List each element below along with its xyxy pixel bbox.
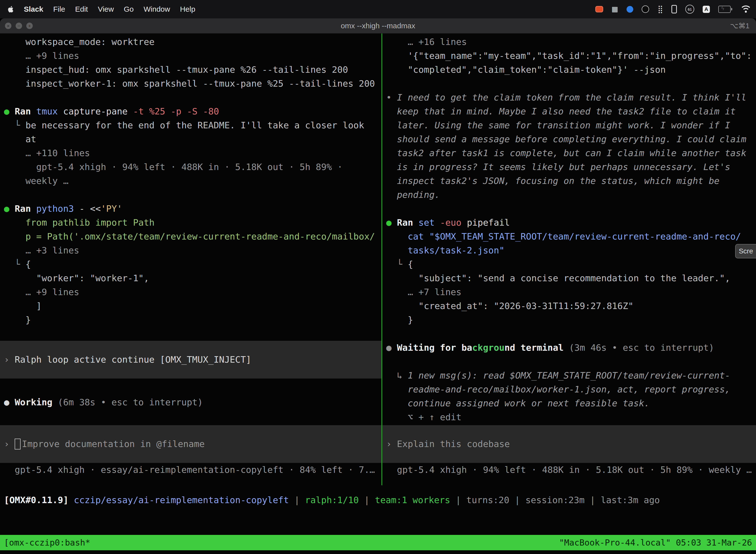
- text-segment: -euo: [440, 217, 467, 228]
- menu-app-name[interactable]: Slack: [24, 5, 43, 13]
- text-segment: … +16 lines: [386, 37, 467, 47]
- text-segment: is in progress? It seems likely but perh…: [386, 162, 730, 172]
- text-segment: •: [386, 92, 397, 103]
- input-source-icon[interactable]: A: [703, 6, 710, 13]
- terminal-line: ]: [0, 299, 381, 313]
- omx-hud-line: [OMX#0.11.9] cczip/essay/ai-reimplementa…: [0, 493, 756, 507]
- text-segment: |: [509, 495, 525, 505]
- menu-view[interactable]: View: [98, 5, 114, 13]
- text-segment: ⌥ + ↑ edit: [386, 412, 461, 422]
- screenshot-overlay[interactable]: Scre: [735, 244, 756, 258]
- omx-status-line: [OMX#0.11.9] cczip/essay/ai-reimplementa…: [0, 493, 756, 507]
- menu-help[interactable]: Help: [180, 5, 195, 13]
- battery-percent-badge[interactable]: 61: [685, 5, 694, 14]
- text-segment: Waiting for ba: [397, 342, 472, 353]
- text-segment: |: [450, 495, 466, 505]
- text-segment: ›: [4, 437, 15, 451]
- window-shortcut: ⌥⌘1: [730, 21, 750, 30]
- text-segment: inspect task2's JSON, focusing on the st…: [386, 176, 719, 186]
- text-segment: nd terminal: [504, 342, 569, 353]
- terminal-line: └ be necessary for the end of the README…: [0, 118, 381, 132]
- composer-input-left[interactable]: › Improve documentation in @filename: [0, 425, 381, 463]
- text-segment: turns:20: [466, 495, 509, 505]
- text-segment: gpt-5.4 xhigh · 94% left · 488K in · 5.1…: [386, 465, 752, 475]
- composer-input-right[interactable]: › Explain this codebase: [382, 425, 756, 463]
- screen-recording-icon[interactable]: [595, 6, 603, 12]
- text-segment: p = Path('.omx/state/team/review-current…: [4, 231, 375, 241]
- text-segment: |: [289, 495, 305, 505]
- terminal-line: }: [0, 313, 381, 327]
- working-status: ● Working (6m 38s • esc to interrupt): [0, 395, 381, 409]
- dots-grid-icon[interactable]: ⣿: [657, 5, 663, 13]
- text-segment: [OMX#0.11.9]: [4, 495, 74, 505]
- text-segment: Ran: [15, 106, 36, 116]
- text-segment: readme-and-reco/mailbox/worker-1.json, a…: [386, 384, 730, 394]
- model-status-left: gpt-5.4 xhigh · essay/ai-reimplementatio…: [0, 463, 381, 477]
- text-segment: {: [408, 259, 413, 269]
- text-segment: └: [386, 259, 408, 269]
- minimize-button[interactable]: −: [16, 22, 22, 29]
- desktop: Slack File Edit View Go Window Help ▦ ⣿ …: [0, 0, 756, 554]
- terminal-line: [0, 379, 381, 392]
- text-segment: Improve documentation in @filename: [22, 437, 205, 451]
- text-segment: … +3 lines: [4, 245, 79, 256]
- text-segment: - <<: [79, 204, 101, 214]
- text-segment: … +110 lines: [4, 148, 90, 158]
- text-segment: gpt-5.4 xhigh · essay/ai-reimplementatio…: [4, 465, 375, 475]
- terminal-line: … +7 lines: [382, 285, 756, 299]
- window-titlebar[interactable]: × − + omx --xhigh --madmax ⌥⌘1: [0, 18, 756, 34]
- text-segment: (3m 46s • esc to interrupt): [569, 342, 714, 353]
- terminal-left-pane[interactable]: workspace_mode: worktree … +9 lines insp…: [0, 34, 381, 477]
- overlay-label: Scre: [739, 247, 753, 255]
- text-segment: capture-pane: [63, 106, 133, 116]
- terminal-line: tasks/task-2.json": [382, 243, 756, 258]
- grid-app-icon[interactable]: ▦: [612, 6, 618, 13]
- terminal-line: "subject": "send a concise recommendatio…: [382, 271, 756, 285]
- terminal-line: p = Path('.omx/state/team/review-current…: [0, 230, 381, 243]
- zoom-button[interactable]: +: [26, 22, 33, 29]
- tmux-host-time: "MacBook-Pro-44.local" 05:03 31-Mar-26: [559, 538, 752, 548]
- text-segment: tmux: [36, 106, 63, 116]
- menu-go[interactable]: Go: [124, 5, 134, 13]
- text-segment: ckgrou: [472, 342, 504, 353]
- wifi-icon[interactable]: [741, 5, 751, 13]
- text-segment: continue assigned work or next feasible …: [386, 398, 649, 408]
- charging-bolt-icon: ϟ: [721, 5, 724, 12]
- close-button[interactable]: ×: [5, 22, 11, 29]
- menu-window[interactable]: Window: [144, 5, 170, 13]
- terminal-line: "created_at": "2026-03-31T11:59:27.816Z": [382, 299, 756, 313]
- text-segment: last:3m ago: [601, 495, 660, 505]
- phone-icon[interactable]: [672, 5, 677, 13]
- text-segment: task2 after task1 is complete, but can I…: [386, 148, 746, 158]
- text-segment: pending.: [386, 189, 440, 200]
- battery-icon[interactable]: ϟ: [718, 6, 732, 13]
- terminal-right-pane[interactable]: … +16 lines '{"team_name":"my-team","tas…: [382, 34, 756, 477]
- terminal-line: pending.: [382, 188, 756, 202]
- text-segment: … +7 lines: [386, 287, 461, 297]
- text-segment: (6m 38s • esc to interrupt): [58, 397, 203, 407]
- menu-file[interactable]: File: [53, 5, 65, 13]
- blue-app-icon[interactable]: [627, 6, 633, 13]
- terminal-line: workspace_mode: worktree: [0, 35, 381, 49]
- text-segment: ●: [386, 342, 397, 353]
- text-segment: ●: [4, 204, 15, 214]
- terminal-line: … +9 lines: [0, 49, 381, 63]
- terminal-line: task2 after task1 is complete, but can I…: [382, 146, 756, 160]
- menu-edit[interactable]: Edit: [75, 5, 88, 13]
- terminal-line: inspect_worker-1: omx sparkshell --tmux-…: [0, 77, 381, 91]
- text-segment: Ran: [397, 217, 419, 228]
- text-segment: {: [25, 259, 31, 269]
- terminal-line: inspect_hud: omx sparkshell --tmux-pane …: [0, 63, 381, 77]
- text-segment: '{"team_name":"my-team","task_id":"1","f…: [386, 51, 752, 61]
- text-segment: 1 new msg(s): read $OMX_TEAM_STATE_ROOT/…: [408, 370, 730, 381]
- dark-app-icon[interactable]: [642, 5, 649, 13]
- terminal-line: at: [0, 132, 381, 146]
- terminal-line: └ {: [0, 258, 381, 271]
- text-segment: Working: [15, 397, 58, 407]
- apple-menu-icon[interactable]: [7, 5, 14, 13]
- text-segment: ralph:1/10: [305, 495, 359, 505]
- terminal-line: continue assigned work or next feasible …: [382, 396, 756, 410]
- ran-tmux-command: ● Ran tmux capture-pane -t %25 -p -S -80: [0, 105, 381, 118]
- terminal-line: weekly …: [0, 174, 381, 188]
- text-segment: └: [4, 259, 25, 269]
